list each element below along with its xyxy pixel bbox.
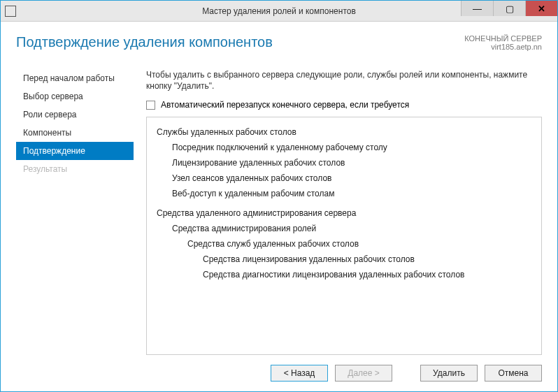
destination-server-block: КОНЕЧНЫЙ СЕРВЕР virt185.aetp.nn xyxy=(464,34,542,51)
server-label: КОНЕЧНЫЙ СЕРВЕР xyxy=(464,34,542,43)
maximize-button[interactable]: ▢ xyxy=(493,1,525,16)
step-before-begin[interactable]: Перед началом работы xyxy=(16,69,134,87)
tree-group-admin-tools: Средства удаленного администрирования се… xyxy=(157,207,531,219)
step-features[interactable]: Компоненты xyxy=(16,124,134,142)
step-confirmation[interactable]: Подтверждение xyxy=(16,142,134,160)
cancel-button[interactable]: Отмена xyxy=(485,365,542,382)
intro-text: Чтобы удалить с выбранного сервера следу… xyxy=(146,69,542,92)
tree-item: Веб-доступ к удаленным рабочим столам xyxy=(172,187,531,200)
back-button[interactable]: < Назад xyxy=(271,365,328,382)
step-server-selection[interactable]: Выбор сервера xyxy=(16,87,134,106)
close-button[interactable]: ✕ xyxy=(525,1,557,16)
wizard-footer: < Назад Далее > Удалить Отмена xyxy=(16,355,542,382)
removal-tree: Службы удаленных рабочих столов Посредни… xyxy=(146,117,542,355)
titlebar: Мастер удаления ролей и компонентов — ▢ … xyxy=(1,1,557,22)
page-title: Подтверждение удаления компонентов xyxy=(16,34,273,50)
next-button: Далее > xyxy=(335,365,392,382)
page-header: Подтверждение удаления компонентов КОНЕЧ… xyxy=(16,34,542,51)
tree-group-rds: Службы удаленных рабочих столов xyxy=(157,126,531,138)
step-results: Результаты xyxy=(16,160,134,178)
wizard-steps-sidebar: Перед началом работы Выбор сервера Роли … xyxy=(16,69,134,355)
remove-button[interactable]: Удалить xyxy=(420,365,478,382)
tree-item: Узел сеансов удаленных рабочих столов xyxy=(172,172,531,184)
main-columns: Перед началом работы Выбор сервера Роли … xyxy=(16,69,542,355)
tree-item: Средства диагностики лицензирования удал… xyxy=(203,268,531,281)
step-server-roles[interactable]: Роли сервера xyxy=(16,106,134,124)
restart-checkbox-label: Автоматический перезапуск конечного серв… xyxy=(161,100,409,110)
restart-checkbox[interactable] xyxy=(146,101,155,110)
tree-item: Средства лицензирования удаленных рабочи… xyxy=(203,253,531,266)
tree-item: Лицензирование удаленных рабочих столов xyxy=(172,157,531,169)
tree-group-rds-tools: Средства служб удаленных рабочих столов xyxy=(187,238,531,250)
content: Подтверждение удаления компонентов КОНЕЧ… xyxy=(1,22,557,391)
window-title: Мастер удаления ролей и компонентов xyxy=(202,6,356,16)
window-controls: — ▢ ✕ xyxy=(461,1,557,21)
app-icon xyxy=(5,6,16,17)
server-name: virt185.aetp.nn xyxy=(464,43,542,51)
minimize-button[interactable]: — xyxy=(461,1,493,16)
restart-checkbox-row[interactable]: Автоматический перезапуск конечного серв… xyxy=(146,100,542,110)
tree-group-role-admin-tools: Средства администрирования ролей xyxy=(172,222,531,235)
body-panel: Чтобы удалить с выбранного сервера следу… xyxy=(146,69,542,355)
tree-item: Посредник подключений к удаленному рабоч… xyxy=(172,141,531,154)
